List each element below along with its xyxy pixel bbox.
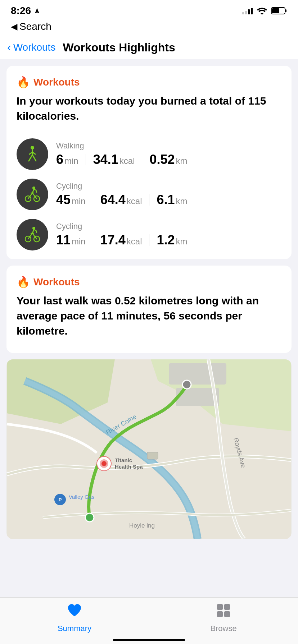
- search-back-row[interactable]: ◀ Search: [0, 19, 298, 36]
- svg-rect-39: [224, 611, 230, 617]
- walking-details: Walking 6 min 34.1 kcal 0.52 km: [56, 141, 281, 167]
- cycling-icon-circle-1: [17, 179, 48, 210]
- tab-browse[interactable]: Browse: [149, 603, 298, 633]
- flame-icon-1: 🔥: [17, 76, 30, 88]
- wifi-icon: [257, 7, 267, 15]
- back-arrow-icon: ◀: [11, 22, 17, 32]
- svg-rect-20: [169, 363, 226, 385]
- card1-title: Workouts: [33, 77, 80, 88]
- svg-rect-2: [272, 8, 279, 13]
- svg-line-8: [32, 155, 35, 158]
- nav-title: Workouts Highlights: [63, 41, 175, 54]
- tab-bar: Summary Browse: [0, 597, 298, 644]
- cycling1-km-value: 6.1: [157, 192, 175, 207]
- workout-item-cycling-2[interactable]: Cycling 11 min 17.4 kcal 1.2 km: [17, 219, 281, 250]
- cycling-icon-circle-2: [17, 219, 48, 250]
- walking-stats: 6 min 34.1 kcal 0.52 km: [56, 152, 281, 167]
- tab-summary-label: Summary: [58, 624, 91, 633]
- stat-sep-3: [93, 194, 93, 206]
- walking-min-unit: min: [64, 156, 78, 166]
- summary-heart-icon: [67, 603, 82, 622]
- workout-item-cycling-1[interactable]: Cycling 45 min 64.4 kcal 6.1 km: [17, 179, 281, 210]
- cycling-1-details: Cycling 45 min 64.4 kcal 6.1 km: [56, 181, 281, 207]
- stat-sep-5: [93, 234, 93, 246]
- walking-km-value: 0.52: [149, 152, 175, 167]
- flame-icon-2: 🔥: [17, 276, 30, 288]
- status-icons: [242, 7, 287, 15]
- cycling1-kcal-value: 64.4: [100, 192, 126, 207]
- tab-summary[interactable]: Summary: [0, 603, 149, 633]
- svg-rect-1: [285, 9, 286, 12]
- cycling-1-stats: 45 min 64.4 kcal 6.1 km: [56, 192, 281, 207]
- walking-icon: [23, 145, 42, 164]
- card2-header: 🔥 Workouts: [17, 276, 281, 288]
- home-indicator: [113, 639, 185, 641]
- signal-bars: [242, 7, 253, 14]
- card2-title: Workouts: [33, 276, 80, 288]
- cycling-icon-1: [23, 185, 42, 204]
- svg-text:Hoyle ing: Hoyle ing: [129, 522, 155, 529]
- stat-sep-2: [142, 154, 142, 165]
- map-svg: River Colne Royds Ave Hoyle ing: [6, 359, 292, 539]
- walking-km-unit: km: [176, 156, 188, 166]
- svg-rect-37: [224, 604, 230, 610]
- svg-line-7: [30, 155, 32, 158]
- svg-line-10: [35, 158, 36, 161]
- svg-line-9: [29, 158, 30, 161]
- status-bar: 8:26: [0, 0, 298, 19]
- card1-divider: [17, 131, 281, 131]
- workout-summary-card: 🔥 Workouts In your workouts today you bu…: [6, 66, 292, 259]
- cycling2-min-unit: min: [72, 236, 86, 247]
- cycling2-kcal-unit: kcal: [127, 236, 142, 247]
- cycling1-km-unit: km: [176, 196, 188, 206]
- card2-description: Your last walk was 0.52 kilometres long …: [17, 293, 281, 339]
- cycling2-min-value: 11: [56, 233, 71, 248]
- svg-point-26: [182, 380, 191, 389]
- cycling1-kcal-unit: kcal: [127, 196, 142, 206]
- svg-rect-35: [147, 452, 158, 459]
- card1-header: 🔥 Workouts: [17, 76, 281, 88]
- battery-icon: [271, 7, 287, 15]
- location-icon: [34, 8, 40, 14]
- svg-text:P: P: [59, 497, 62, 502]
- stat-sep-6: [149, 234, 149, 246]
- svg-rect-36: [217, 604, 223, 610]
- cycling-2-stats: 11 min 17.4 kcal 1.2 km: [56, 233, 281, 248]
- svg-text:Valley Gas: Valley Gas: [69, 494, 94, 500]
- svg-point-25: [85, 513, 94, 522]
- walking-min-value: 6: [56, 152, 63, 167]
- cycling2-kcal-value: 17.4: [100, 233, 126, 248]
- browse-grid-icon: [216, 603, 231, 622]
- tab-bar-spacer: [0, 539, 298, 589]
- walking-type-label: Walking: [56, 141, 281, 151]
- walking-kcal-value: 34.1: [93, 152, 118, 167]
- card1-description: In your workouts today you burned a tota…: [17, 93, 281, 124]
- svg-text:Health Spa: Health Spa: [115, 464, 143, 470]
- cycling-2-type-label: Cycling: [56, 222, 281, 231]
- cycling2-km-value: 1.2: [157, 233, 175, 248]
- cycling-icon-2: [23, 225, 42, 244]
- cycling1-min-unit: min: [72, 196, 86, 206]
- status-time: 8:26: [11, 5, 40, 17]
- cycling2-km-unit: km: [176, 236, 188, 247]
- tab-browse-label: Browse: [210, 624, 236, 633]
- back-workouts-label[interactable]: Workouts: [13, 42, 56, 53]
- back-chevron-icon: ‹: [7, 41, 11, 53]
- cycling1-min-value: 45: [56, 192, 71, 207]
- main-content: 🔥 Workouts In your workouts today you bu…: [0, 59, 298, 539]
- walking-kcal-unit: kcal: [119, 156, 135, 166]
- svg-text:Titanic: Titanic: [115, 457, 132, 463]
- workouts-back-link[interactable]: ‹ Workouts: [7, 36, 55, 59]
- nav-bar: ‹ Workouts Workouts Highlights: [0, 36, 298, 59]
- stat-sep-4: [149, 194, 149, 206]
- workout-item-walking[interactable]: Walking 6 min 34.1 kcal 0.52 km: [17, 138, 281, 170]
- cycling-1-type-label: Cycling: [56, 181, 281, 191]
- svg-point-29: [101, 461, 107, 466]
- time-display: 8:26: [11, 5, 31, 17]
- search-back-label[interactable]: Search: [19, 21, 51, 32]
- stat-sep-1: [86, 154, 86, 165]
- cycling-2-details: Cycling 11 min 17.4 kcal 1.2 km: [56, 222, 281, 248]
- svg-rect-38: [217, 611, 223, 617]
- last-walk-card: 🔥 Workouts Your last walk was 0.52 kilom…: [6, 266, 292, 353]
- map-container[interactable]: River Colne Royds Ave Hoyle ing: [6, 359, 292, 539]
